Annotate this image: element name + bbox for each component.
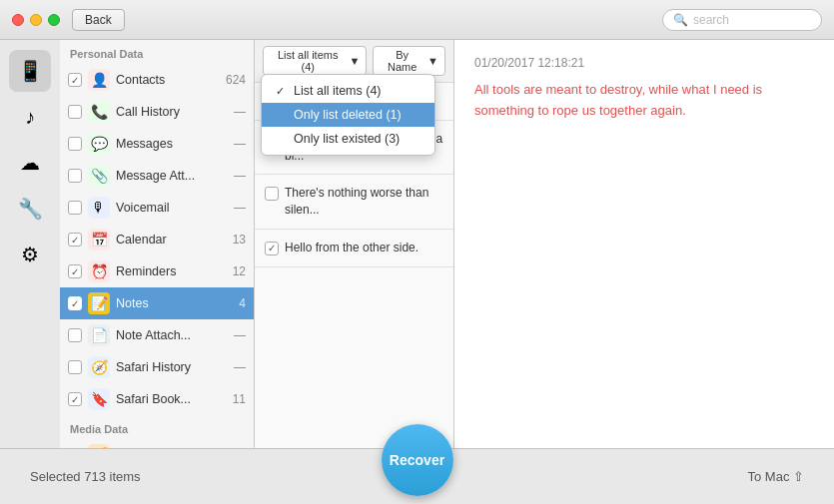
safari-history-count: — (226, 360, 246, 374)
list-item-contacts[interactable]: ✓ 👤 Contacts 624 (60, 64, 254, 96)
note-item-4[interactable]: ✓ Hello from the other side. (255, 230, 453, 267)
notes-checkbox[interactable]: ✓ (68, 296, 82, 310)
list-item-call-history[interactable]: 📞 Call History — (60, 96, 254, 128)
messages-count: — (226, 137, 246, 151)
list-item-photos[interactable]: ✓ 🌈 Photos 13 (60, 439, 254, 448)
safari-book-count: 11 (226, 392, 246, 406)
messages-icon: 💬 (88, 133, 110, 155)
list-item-reminders[interactable]: ✓ ⏰ Reminders 12 (60, 255, 254, 287)
list-item-safari-history[interactable]: 🧭 Safari History — (60, 351, 254, 383)
reminders-icon: ⏰ (88, 260, 110, 282)
note-attach-label: Note Attach... (116, 328, 220, 342)
list-item-messages[interactable]: 💬 Messages — (60, 128, 254, 160)
reminders-checkbox[interactable]: ✓ (68, 264, 82, 278)
call-history-label: Call History (116, 105, 220, 119)
calendar-icon: 📅 (88, 229, 110, 251)
message-att-label: Message Att... (116, 169, 220, 183)
calendar-checkbox[interactable]: ✓ (68, 233, 82, 247)
sidebar-item-cloud[interactable]: ☁ (9, 142, 51, 184)
dropdown-item-deleted[interactable]: Only list deleted (1) (262, 103, 434, 127)
safari-book-icon: 🔖 (88, 388, 110, 410)
calendar-count: 13 (226, 233, 246, 247)
detail-panel: 01/20/2017 12:18:21 All tools are meant … (454, 40, 834, 448)
filter-arrow-icon: ▼ (349, 55, 360, 67)
detail-timestamp: 01/20/2017 12:18:21 (474, 56, 814, 70)
sidebar-item-phone[interactable]: 📱 (9, 50, 51, 92)
dropdown-item-existed[interactable]: Only list existed (3) (262, 127, 434, 151)
messages-label: Messages (116, 137, 220, 151)
list-item-calendar[interactable]: ✓ 📅 Calendar 13 (60, 224, 254, 255)
list-item-voicemail[interactable]: 🎙 Voicemail — (60, 192, 254, 224)
search-icon: 🔍 (673, 13, 688, 27)
recover-button[interactable]: Recover (382, 424, 453, 496)
contacts-icon: 👤 (88, 69, 110, 91)
sidebar-icons: 📱 ♪ ☁ 🔧 ⚙ (0, 40, 60, 448)
note-item-3[interactable]: There's nothing worse than silen... (255, 175, 453, 230)
message-att-checkbox[interactable] (68, 169, 82, 183)
traffic-lights (12, 14, 60, 26)
list-item-message-att[interactable]: 📎 Message Att... — (60, 160, 254, 192)
middle-panel: List all items (4) ▼ By Name ▼ ✓ List al… (255, 40, 454, 448)
note-3-checkbox[interactable] (265, 187, 279, 201)
voicemail-icon: 🎙 (88, 197, 110, 219)
reminders-label: Reminders (116, 264, 220, 278)
list-item-notes[interactable]: ✓ 📝 Notes 4 (60, 287, 254, 319)
safari-history-checkbox[interactable] (68, 360, 82, 374)
close-button[interactable] (12, 14, 24, 26)
note-attach-icon: 📄 (88, 324, 110, 346)
maximize-button[interactable] (48, 14, 60, 26)
checkmark-all-icon: ✓ (276, 85, 288, 98)
data-list-panel: Personal Data ✓ 👤 Contacts 624 📞 Call Hi… (60, 40, 255, 448)
messages-checkbox[interactable] (68, 137, 82, 151)
contacts-label: Contacts (116, 73, 220, 87)
dropdown-item-all[interactable]: ✓ List all items (4) (262, 79, 434, 103)
dropdown-all-label: List all items (4) (294, 84, 382, 98)
notes-label: Notes (116, 296, 220, 310)
sort-dropdown-button[interactable]: By Name ▼ (373, 46, 445, 76)
notes-count: 4 (226, 296, 246, 310)
main-content: 📱 ♪ ☁ 🔧 ⚙ Personal Data ✓ 👤 Contacts 624… (0, 40, 834, 448)
list-item-note-attach[interactable]: 📄 Note Attach... — (60, 319, 254, 351)
filter-dropdown-button[interactable]: List all items (4) ▼ (263, 46, 367, 76)
dropdown-deleted-label: Only list deleted (1) (294, 108, 402, 122)
to-mac-label: To Mac ⇧ (747, 469, 804, 484)
footer-selected: Selected 713 items (30, 469, 141, 484)
voicemail-label: Voicemail (116, 201, 220, 215)
message-att-icon: 📎 (88, 165, 110, 187)
note-4-checkbox[interactable]: ✓ (265, 242, 279, 255)
voicemail-count: — (226, 201, 246, 215)
footer: Selected 713 items Recover To Mac ⇧ (0, 448, 834, 504)
footer-to-mac[interactable]: To Mac ⇧ (747, 469, 804, 484)
calendar-label: Calendar (116, 233, 220, 247)
filter-label: List all items (4) (270, 49, 346, 73)
minimize-button[interactable] (30, 14, 42, 26)
dropdown-existed-label: Only list existed (3) (294, 132, 400, 146)
back-button[interactable]: Back (72, 9, 125, 31)
voicemail-checkbox[interactable] (68, 201, 82, 215)
title-bar: Back 🔍 search (0, 0, 834, 40)
sort-arrow-icon: ▼ (427, 55, 438, 67)
note-3-preview: There's nothing worse than silen... (285, 185, 443, 219)
sidebar-item-settings[interactable]: ⚙ (9, 234, 51, 275)
search-bar[interactable]: 🔍 search (662, 9, 822, 31)
sidebar-item-music[interactable]: ♪ (9, 96, 51, 138)
call-history-checkbox[interactable] (68, 105, 82, 119)
message-att-count: — (226, 169, 246, 183)
call-history-count: — (226, 105, 246, 119)
note-4-preview: Hello from the other side. (285, 240, 418, 256)
media-section-header: Media Data (60, 415, 254, 439)
sort-label: By Name (380, 49, 424, 73)
safari-book-label: Safari Book... (116, 392, 220, 406)
contacts-count: 624 (226, 73, 246, 87)
detail-content: All tools are meant to destroy, while wh… (474, 80, 814, 122)
contacts-checkbox[interactable]: ✓ (68, 73, 82, 87)
notes-icon: 📝 (88, 292, 110, 314)
list-item-safari-book[interactable]: ✓ 🔖 Safari Book... 11 (60, 383, 254, 415)
personal-section-header: Personal Data (60, 40, 254, 64)
sidebar-item-tools[interactable]: 🔧 (9, 188, 51, 230)
note-attach-checkbox[interactable] (68, 328, 82, 342)
filter-dropdown-menu: ✓ List all items (4) Only list deleted (… (261, 74, 435, 156)
reminders-count: 12 (226, 264, 246, 278)
note-attach-count: — (226, 328, 246, 342)
safari-book-checkbox[interactable]: ✓ (68, 392, 82, 406)
